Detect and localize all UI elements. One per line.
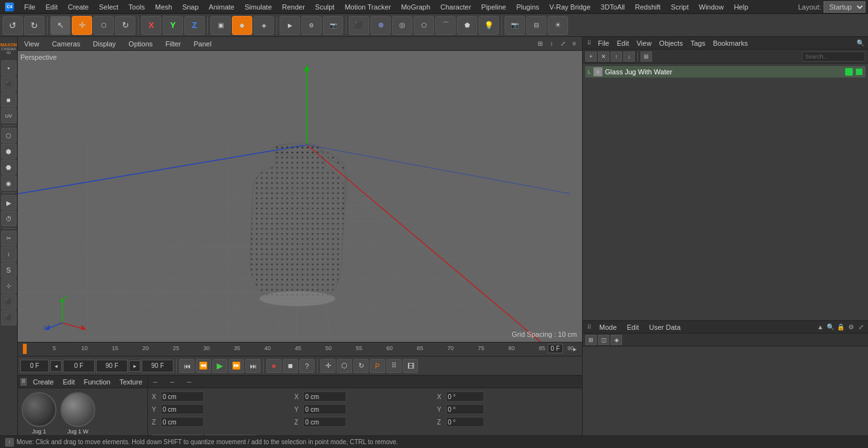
menu-select[interactable]: Select <box>94 2 124 12</box>
vp-options-icon[interactable]: ≡ <box>569 39 580 49</box>
material-ball-1[interactable] <box>22 392 57 427</box>
help-btn[interactable]: ? <box>299 359 315 373</box>
am-edit-menu[interactable]: Edit <box>623 323 643 332</box>
vp-display-menu[interactable]: Display <box>89 39 119 48</box>
spline-btn[interactable]: ⌒ <box>435 16 456 35</box>
light-btn[interactable]: 💡 <box>478 16 499 35</box>
menu-mesh[interactable]: Mesh <box>150 2 177 12</box>
menu-edit[interactable]: Edit <box>41 2 63 12</box>
frame-min-input[interactable] <box>63 360 95 372</box>
mat-create-menu[interactable]: Create <box>31 377 57 386</box>
vp-maximize-icon[interactable]: ⤢ <box>558 39 568 49</box>
key-rotate-btn[interactable]: ↻ <box>353 359 369 373</box>
timeline-start-marker[interactable] <box>23 344 27 354</box>
layout-select[interactable]: Startup <box>824 1 865 13</box>
am-options-icon[interactable]: ⚙ <box>846 323 855 332</box>
om-search-filter[interactable]: Search... <box>802 51 865 62</box>
step-back-btn[interactable]: ⏪ <box>196 359 211 373</box>
pos-z-input[interactable] <box>161 417 204 427</box>
next-frame-btn[interactable]: ▸ <box>129 360 140 372</box>
rot-x-input[interactable] <box>446 391 484 402</box>
object-mode-btn[interactable]: ▣ <box>210 16 231 35</box>
render-to-po-btn[interactable]: 📷 <box>323 16 343 35</box>
floor-btn[interactable]: ⊟ <box>526 16 546 35</box>
redo-btn[interactable]: ↻ <box>24 16 44 35</box>
pos-y-input[interactable] <box>161 404 204 414</box>
mat-function-menu[interactable]: Function <box>81 377 113 386</box>
om-up-btn[interactable]: ↑ <box>611 51 622 62</box>
size-z-input[interactable] <box>303 417 346 427</box>
pos-x-input[interactable] <box>161 391 204 402</box>
om-group-btn[interactable]: ⊞ <box>641 51 652 62</box>
move-tool-btn[interactable]: ✛ <box>72 16 92 35</box>
vp-filter-menu[interactable]: Filter <box>161 39 184 48</box>
am-arrow-icon[interactable]: ▲ <box>816 323 825 332</box>
model-mode-btn[interactable]: ◆ <box>232 16 252 35</box>
am-expand-icon[interactable]: ⤢ <box>857 323 865 332</box>
menu-create[interactable]: Create <box>63 2 94 12</box>
step-fwd-btn[interactable]: ⏩ <box>229 359 244 373</box>
bulb-btn[interactable]: ☀ <box>548 16 568 35</box>
sidebar-material[interactable]: ⬣ <box>1 160 17 175</box>
goto-end-btn[interactable]: ⏭ <box>245 359 261 373</box>
record-btn[interactable]: ● <box>266 359 281 373</box>
om-bookmarks-menu[interactable]: Bookmarks <box>710 39 750 48</box>
menu-script[interactable]: Script <box>666 2 694 12</box>
vp-view-menu[interactable]: View <box>20 39 43 48</box>
am-tool-2[interactable]: ◫ <box>598 335 609 345</box>
sidebar-snap[interactable]: ⊹ <box>1 278 17 294</box>
sidebar-object[interactable]: ⬡ <box>1 128 17 143</box>
vp-cameras-menu[interactable]: Cameras <box>48 39 85 48</box>
sidebar-extrude[interactable]: ↕ <box>1 247 17 262</box>
frame-end-input[interactable] <box>96 360 128 372</box>
nurbs-btn[interactable]: ⬠ <box>414 16 434 35</box>
om-color-swatch[interactable] <box>855 68 863 76</box>
key-auto-btn[interactable]: P <box>370 359 385 373</box>
sidebar-animate[interactable]: ⏱ <box>1 211 17 226</box>
menu-window[interactable]: Window <box>694 2 729 12</box>
om-edit-menu[interactable]: Edit <box>614 39 632 48</box>
sidebar-camera[interactable]: ◉ <box>1 175 17 191</box>
play-btn[interactable]: ▶ <box>212 359 227 373</box>
texture-mode-btn[interactable]: ◈ <box>254 16 274 35</box>
vp-move-icon[interactable]: ↕ <box>546 39 557 49</box>
mat-edit-menu[interactable]: Edit <box>60 377 78 386</box>
sidebar-mode-uvw[interactable]: UV <box>1 108 17 123</box>
material-item-2[interactable]: Jug 1 W <box>60 392 95 435</box>
current-frame-display[interactable]: 0 F <box>548 344 563 353</box>
om-item-jug[interactable]: L 0 Glass Jug With Water <box>585 66 865 78</box>
om-new-btn[interactable]: + <box>585 51 597 62</box>
om-status-dot[interactable] <box>845 68 853 76</box>
material-item-1[interactable]: Jug 1 <box>22 392 57 435</box>
om-file-menu[interactable]: File <box>595 39 612 48</box>
menu-tools[interactable]: Tools <box>123 2 150 12</box>
frame-start-input[interactable] <box>20 360 49 372</box>
select-tool-btn[interactable]: ↖ <box>50 16 71 35</box>
om-delete-btn[interactable]: ✕ <box>598 51 609 62</box>
menu-sculpt[interactable]: Sculpt <box>310 2 340 12</box>
menu-plugins[interactable]: Plugins <box>511 2 544 12</box>
am-mode-menu[interactable]: Mode <box>595 323 621 332</box>
om-down-btn[interactable]: ↓ <box>623 51 635 62</box>
size-x-input[interactable] <box>303 391 346 402</box>
shape-cube-btn[interactable]: ⬛ <box>349 16 369 35</box>
menu-character[interactable]: Character <box>435 2 476 12</box>
menu-pipeline[interactable]: Pipeline <box>476 2 511 12</box>
goto-start-btn[interactable]: ⏮ <box>179 359 194 373</box>
key-move-btn[interactable]: ✛ <box>320 359 336 373</box>
rot-z-input[interactable] <box>446 417 484 427</box>
om-objects-menu[interactable]: Objects <box>656 39 685 48</box>
menu-snap[interactable]: Snap <box>177 2 204 12</box>
key-dots-btn[interactable]: ⠿ <box>386 359 402 373</box>
viewport[interactable]: View Cameras Display Options Filter Pane… <box>18 37 582 342</box>
am-search-icon2[interactable]: 🔍 <box>826 323 835 332</box>
am-tool-1[interactable]: ⊞ <box>585 335 597 345</box>
menu-motion-tracker[interactable]: Motion Tracker <box>339 2 396 12</box>
menu-vray[interactable]: V-Ray Bridge <box>545 2 596 12</box>
undo-btn[interactable]: ↺ <box>3 16 23 35</box>
z-axis-btn[interactable]: Z <box>184 16 205 35</box>
timeline-ruler[interactable]: 0 5 10 15 20 25 30 35 40 45 50 55 60 65 … <box>18 342 582 356</box>
vp-toggle-icon[interactable]: ⊞ <box>535 39 545 49</box>
sidebar-tool1[interactable]: ⬛ <box>1 294 17 309</box>
x-axis-btn[interactable]: X <box>141 16 161 35</box>
